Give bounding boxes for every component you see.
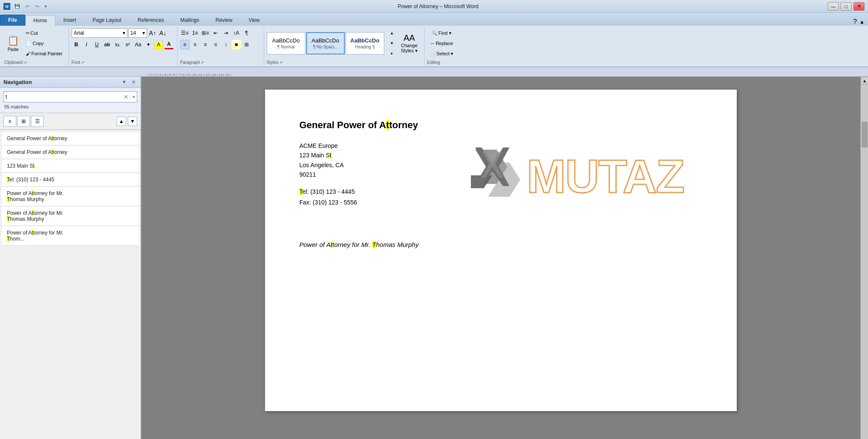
tab-mailings[interactable]: Mailings [172,15,207,26]
nav-result-4[interactable]: Tel: (310) 123 - 4445 [2,173,139,186]
style-heading3[interactable]: AaBbCcDo Heading 3 [346,32,384,54]
nav-results-list: General Power of Attorney General Power … [0,130,141,439]
nav-prev-result[interactable]: ▲ [117,117,126,126]
decrease-font-button[interactable]: A↓ [158,28,168,38]
nav-result-6[interactable]: Power of Attorney for Mr.Thomas Murphy [2,207,139,226]
nav-result-2[interactable]: General Power of Attorney [2,146,139,159]
show-formatting-button[interactable]: ¶ [242,28,251,38]
align-center-button[interactable]: ≡ [190,40,200,49]
document-page[interactable]: General Power of Attorney ACME Europe 12… [265,90,737,411]
paste-button[interactable]: 📋 Paste [4,31,22,56]
search-options-button[interactable]: ▾ [130,94,137,100]
nav-panel-header: Navigation ▼ ✕ [0,77,141,88]
tel-line: Tel: (310) 123 - 4445 [299,186,437,197]
select-button[interactable]: ⬜ Select ▾ [427,49,456,58]
nav-close-button[interactable]: ✕ [130,79,137,85]
font-color-button[interactable]: A [164,40,174,49]
nav-next-result[interactable]: ▼ [128,117,137,126]
search-container: ✕ ▾ 55 matches [0,88,141,113]
copy-button[interactable]: 📄Copy [23,39,65,48]
change-styles-button[interactable]: AA Change Styles ▾ [398,31,421,56]
document-title: General Power of Attorney [299,120,702,131]
font-name-selector[interactable]: Arial▾ [72,28,127,38]
find-button[interactable]: 🔍 Find ▾ [429,28,454,38]
strikethrough-button[interactable]: ab [102,40,112,49]
nav-result-1[interactable]: General Power of Attorney [2,132,139,145]
tab-page-layout[interactable]: Page Layout [84,15,130,26]
paragraph-group: ☰≡ 1≡ ⊞≡ ⇤ ⇥ ↕A ¶ ≡ ≡ ≡ ≡ ↕ ■ ⊞ [178,27,264,66]
tab-references[interactable]: References [130,15,172,26]
bold-button[interactable]: B [72,40,81,49]
paragraph-expand-icon[interactable]: ↗ [201,60,204,65]
company-name: ACME Europe [299,141,437,150]
superscript-button[interactable]: x² [123,40,133,49]
v-scroll-thumb[interactable] [862,122,868,147]
align-right-button[interactable]: ≡ [201,40,210,49]
numbering-button[interactable]: 1≡ [190,28,200,38]
v-scroll-up-button[interactable]: ▲ [861,77,868,84]
nav-result-5[interactable]: Power of Attorney for Mr.Thomas Murphy [2,187,139,206]
justify-button[interactable]: ≡ [211,40,220,49]
tab-review[interactable]: Review [207,15,240,26]
styles-scroll-down[interactable]: ▼ [387,39,397,48]
redo-quick[interactable]: ↪ [33,3,40,9]
address-line2: Los Angeles, CA [299,160,437,170]
bullets-button[interactable]: ☰≡ [180,28,190,38]
clear-format-button[interactable]: ✦ [144,40,153,49]
replace-button[interactable]: ↔ Replace [428,39,455,48]
tab-home[interactable]: Home [25,15,55,26]
shading-button[interactable]: ■ [232,40,241,49]
font-size-selector[interactable]: 14▾ [128,28,147,38]
window-title: Power of Attorney – Microsoft Word [48,3,828,9]
address-line3: 90211 [299,170,437,179]
cut-button[interactable]: ✂Cut [23,28,65,38]
maximize-button[interactable]: □ [841,2,852,11]
search-clear-button[interactable]: ✕ [122,93,130,100]
text-case-button[interactable]: Aa [133,40,143,49]
title-bar-left: W 💾 ↩ ↪ ▾ [3,3,48,10]
nav-result-7[interactable]: Power of Attorney for Mr.Thom... [2,226,139,246]
ribbon: File Home Insert Page Layout References … [0,13,868,67]
style-normal[interactable]: AaBbCcDo ¶ Normal [267,32,305,54]
select-icon: ⬜ [430,51,436,57]
tab-view[interactable]: View [241,15,268,26]
increase-font-button[interactable]: A↑ [148,28,157,38]
minimize-button[interactable]: — [828,2,839,11]
nav-view-list[interactable]: ≡ [3,116,16,127]
style-no-spacing[interactable]: AaBbCcDo ¶ No Spaci... [306,32,345,54]
line-spacing-button[interactable]: ↕ [221,40,231,49]
highlight-button[interactable]: A [154,40,163,49]
nav-view-controls: ≡ ⊞ ☰ ▲ ▼ [0,113,141,130]
clipboard-expand-icon[interactable]: ↗ [24,60,27,65]
format-painter-button[interactable]: 🖌Format Painter [23,49,65,58]
decrease-indent-button[interactable]: ⇤ [211,28,220,38]
nav-pin-button[interactable]: ▼ [120,79,128,85]
quick-access-more[interactable]: ▾ [43,3,48,9]
nav-view-thumbnails[interactable]: ⊞ [17,116,30,127]
nav-view-headings[interactable]: ☰ [31,116,44,127]
underline-button[interactable]: U [92,40,102,49]
ribbon-collapse-icon[interactable]: ▲ [859,19,865,25]
svg-text:MUTAZ: MUTAZ [527,150,684,202]
subscript-button[interactable]: x₂ [113,40,122,49]
styles-expand-icon[interactable]: ↗ [279,60,283,65]
borders-button[interactable]: ⊞ [242,40,251,49]
word-icon: W [3,3,10,10]
italic-button[interactable]: I [82,40,91,49]
increase-indent-button[interactable]: ⇥ [221,28,231,38]
save-quick[interactable]: 💾 [13,3,21,9]
tab-insert[interactable]: Insert [55,15,84,26]
sort-button[interactable]: ↕A [232,28,241,38]
styles-scroll-up[interactable]: ▲ [387,28,397,38]
logo-container: MUTAZ [462,137,702,224]
help-icon[interactable]: ? [853,18,857,26]
search-input[interactable] [4,93,122,101]
undo-quick[interactable]: ↩ [24,3,31,9]
multilevel-button[interactable]: ⊞≡ [201,28,210,38]
tab-file[interactable]: File [0,15,25,26]
nav-result-3[interactable]: 123 Main St. [2,159,139,173]
font-expand-icon[interactable]: ↗ [81,60,84,65]
align-left-button[interactable]: ≡ [180,40,190,49]
styles-more[interactable]: ▾ [387,49,397,58]
close-button[interactable]: ✕ [853,2,865,11]
